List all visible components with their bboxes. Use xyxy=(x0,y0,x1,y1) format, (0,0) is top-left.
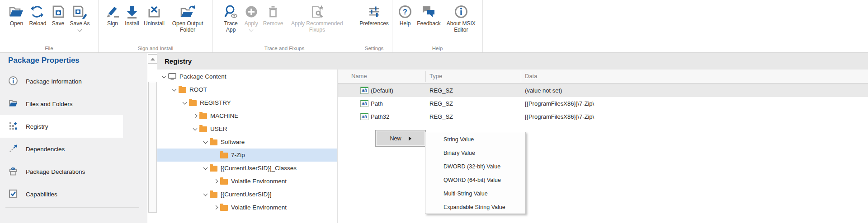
chevron-right-icon[interactable] xyxy=(211,206,220,209)
sidebar-item-label: Package Declarations xyxy=(26,168,85,175)
chevron-down-icon[interactable] xyxy=(190,128,199,130)
table-row-path32[interactable]: ab Path32 REG_SZ [{ProgramFilesX86}]\7-Z… xyxy=(338,110,868,123)
sidebar-item-registry[interactable]: Registry xyxy=(0,115,123,138)
install-button[interactable]: Install xyxy=(123,2,142,28)
save-icon xyxy=(51,3,66,20)
submenu-item-qword-value[interactable]: QWORD (64-bit) Value xyxy=(425,173,525,187)
about-msix-editor-button[interactable]: About MSIX Editor xyxy=(443,2,479,34)
ribbon-group-trace-fixups: Trace App Apply Remove Apply Recommended… xyxy=(213,0,356,52)
scroll-up-arrow-icon xyxy=(151,58,155,60)
chevron-down-icon[interactable] xyxy=(170,89,179,91)
chevron-down-icon[interactable] xyxy=(201,141,210,143)
chevron-down-icon[interactable] xyxy=(249,28,254,32)
group-label-trace-fixups: Trace and Fixups xyxy=(213,46,356,51)
column-header-data[interactable]: Data xyxy=(525,73,537,79)
tree-item-registry[interactable]: REGISTRY xyxy=(157,96,337,109)
submenu-item-string-value[interactable]: String Value xyxy=(425,133,525,146)
ribbon-group-help: ? Help Feedback About MSIX Editor Help xyxy=(392,0,483,52)
folder-icon xyxy=(220,205,228,211)
table-row-default[interactable]: ab (Default) REG_SZ (value not set) xyxy=(338,84,868,97)
sidebar-title: Package Properties xyxy=(8,56,80,65)
tree-item-machine[interactable]: MACHINE xyxy=(157,109,337,122)
save-button[interactable]: Save xyxy=(49,2,68,28)
chevron-down-icon[interactable] xyxy=(159,76,168,78)
apply-recommended-fixups-label: Apply Recommended Fixups xyxy=(288,20,346,33)
tree-item-currentusersid-classes[interactable]: [{CurrentUserSID}]_Classes xyxy=(157,162,337,175)
open-output-folder-label: Open Output Folder xyxy=(169,20,206,33)
tree-item-software[interactable]: Software xyxy=(157,135,337,149)
chevron-right-icon[interactable] xyxy=(211,180,220,183)
tree-item-package-content[interactable]: Package Content xyxy=(157,70,337,83)
feedback-label: Feedback xyxy=(417,20,441,27)
sidebar-item-label: Capabilities xyxy=(26,191,57,198)
ribbon-toolbar: Open Reload Save Save As File xyxy=(0,0,868,53)
folder-icon xyxy=(210,192,217,198)
sidebar-item-label: Files and Folders xyxy=(26,101,73,107)
trace-app-button[interactable]: Trace App xyxy=(220,2,242,34)
preferences-button[interactable]: Preferences xyxy=(357,2,391,28)
column-header-name[interactable]: Name xyxy=(351,73,367,79)
table-header: Name Type Data xyxy=(338,70,868,84)
chevron-down-icon[interactable] xyxy=(180,102,189,104)
chevron-down-icon[interactable] xyxy=(201,194,210,195)
chevron-down-icon[interactable] xyxy=(201,167,210,169)
tree-item-7zip-selected[interactable]: 7-Zip xyxy=(157,149,337,162)
submenu-item-binary-value[interactable]: Binary Value xyxy=(425,146,525,160)
save-as-button[interactable]: Save As xyxy=(68,2,92,32)
open-label: Open xyxy=(10,20,23,27)
open-button[interactable]: Open xyxy=(6,2,27,28)
apply-recommended-fixups-button[interactable]: Apply Recommended Fixups xyxy=(285,2,349,34)
sidebar-item-package-declarations[interactable]: Package Declarations xyxy=(0,160,123,183)
submenu-item-expandable-string-value[interactable]: Expandable String Value xyxy=(425,200,525,214)
reload-button[interactable]: Reload xyxy=(27,2,48,28)
apply-button[interactable]: Apply xyxy=(242,2,261,32)
svg-text:?: ? xyxy=(403,8,407,16)
sidebar-item-dependencies[interactable]: Dependencies xyxy=(0,138,123,160)
page-title-bar: Registry xyxy=(157,53,868,70)
sidebar-item-label: Package Information xyxy=(26,78,82,85)
registry-grid-icon xyxy=(8,121,18,132)
ribbon-group-settings: Preferences Settings xyxy=(356,0,392,52)
column-separator[interactable] xyxy=(521,71,521,82)
column-separator[interactable] xyxy=(425,71,426,82)
sign-button[interactable]: Sign xyxy=(103,2,123,28)
tree-item-user[interactable]: USER xyxy=(157,122,337,135)
trace-app-magnifier-icon xyxy=(223,3,239,20)
sidebar-item-files-and-folders[interactable]: Files and Folders xyxy=(0,93,123,115)
submenu-arrow-icon xyxy=(409,136,411,141)
tree-item-currentusersid[interactable]: [{CurrentUserSID}] xyxy=(157,188,337,201)
chevron-right-icon[interactable] xyxy=(190,114,199,117)
table-row-path[interactable]: ab Path REG_SZ [{ProgramFilesX86}]\7-Zip… xyxy=(338,97,868,110)
remove-button[interactable]: Remove xyxy=(261,2,286,28)
group-label-help: Help xyxy=(392,46,482,51)
help-button[interactable]: ? Help xyxy=(396,2,415,28)
gift-box-icon xyxy=(8,166,18,177)
string-value-icon: ab xyxy=(360,113,368,120)
install-label: Install xyxy=(125,20,139,27)
submenu-item-dword-value[interactable]: DWORD (32-bit) Value xyxy=(425,160,525,173)
feedback-button[interactable]: Feedback xyxy=(415,2,443,28)
folder-icon xyxy=(220,179,228,185)
checkbox-icon xyxy=(8,189,18,200)
about-info-icon xyxy=(454,3,468,20)
open-folder-icon xyxy=(8,3,24,20)
sidebar-item-capabilities[interactable]: Capabilities xyxy=(0,183,123,205)
tree-item-volatile-environment-1[interactable]: Volatile Environment xyxy=(157,175,337,188)
group-label-settings: Settings xyxy=(356,46,392,51)
context-menu-item-new[interactable]: New xyxy=(377,131,425,145)
scrollbar-thumb[interactable] xyxy=(148,82,157,213)
open-output-folder-button[interactable]: Open Output Folder xyxy=(167,2,208,34)
scrollbar-up-button[interactable] xyxy=(148,54,157,64)
uninstall-button[interactable]: Uninstall xyxy=(142,2,167,28)
tree-item-root[interactable]: ROOT xyxy=(157,83,337,96)
sidebar-item-label: Registry xyxy=(26,123,48,130)
submenu-item-multi-string-value[interactable]: Multi-String Value xyxy=(425,187,525,200)
uninstall-x-icon xyxy=(146,3,162,20)
chevron-down-icon[interactable] xyxy=(78,28,82,32)
save-label: Save xyxy=(52,20,64,27)
column-header-type[interactable]: Type xyxy=(429,73,442,79)
folder-icon xyxy=(179,87,186,93)
sidebar-item-package-information[interactable]: Package Information xyxy=(0,70,123,93)
tree-item-volatile-environment-2[interactable]: Volatile Environment xyxy=(157,201,337,214)
ribbon-spacer xyxy=(483,0,868,52)
